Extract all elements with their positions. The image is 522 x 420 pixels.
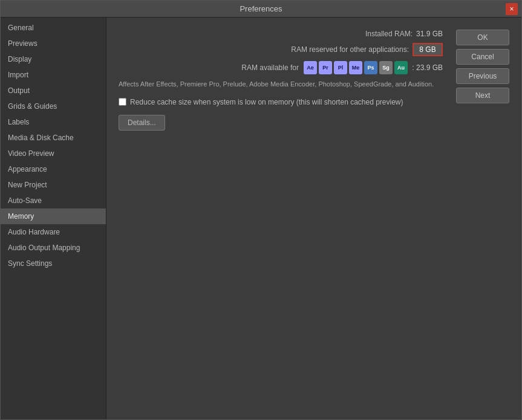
reserved-ram-label: RAM reserved for other applications: xyxy=(291,45,409,54)
sidebar-item-display[interactable]: Display xyxy=(1,51,106,67)
cancel-button[interactable]: Cancel xyxy=(456,49,509,65)
available-colon: : xyxy=(410,63,416,72)
main-panel: OK Cancel Previous Next Installed RAM: 3… xyxy=(106,18,521,419)
sidebar-item-video-preview[interactable]: Video Preview xyxy=(1,146,106,161)
close-button[interactable]: × xyxy=(506,3,518,15)
cache-checkbox-label: Reduce cache size when system is low on … xyxy=(130,98,403,106)
sidebar: General Previews Display Import Output G… xyxy=(1,18,106,419)
right-buttons: OK Cancel Previous Next xyxy=(456,30,509,103)
affect-text: Affects After Effects, Premiere Pro, Pre… xyxy=(119,79,443,89)
ae-icon: Ae xyxy=(304,61,317,74)
cache-checkbox[interactable] xyxy=(119,98,126,106)
sg-icon: Sg xyxy=(379,61,393,74)
installed-ram-value: 31.9 GB xyxy=(416,30,443,38)
memory-settings: Installed RAM: 31.9 GB RAM reserved for … xyxy=(119,30,449,131)
reserved-ram-input[interactable] xyxy=(413,43,443,56)
sidebar-item-previews[interactable]: Previews xyxy=(1,36,106,51)
sidebar-item-output[interactable]: Output xyxy=(1,83,106,99)
details-button[interactable]: Details... xyxy=(119,115,165,131)
pl-icon: Pl xyxy=(334,61,347,74)
sidebar-item-appearance[interactable]: Appearance xyxy=(1,161,106,177)
sidebar-item-auto-save[interactable]: Auto-Save xyxy=(1,193,106,208)
me-icon: Me xyxy=(349,61,362,74)
sidebar-item-import[interactable]: Import xyxy=(1,67,106,83)
sidebar-item-labels[interactable]: Labels xyxy=(1,114,106,130)
cache-checkbox-row: Reduce cache size when system is low on … xyxy=(119,98,449,106)
reserved-ram-row: RAM reserved for other applications: xyxy=(119,43,443,56)
sidebar-item-general[interactable]: General xyxy=(1,20,106,36)
available-ram-label: RAM available for xyxy=(241,63,299,72)
ps-icon: Ps xyxy=(364,61,377,74)
available-ram-row: RAM available for Ae Pr Pl Me Ps Sg Au :… xyxy=(119,61,443,74)
sidebar-item-new-project[interactable]: New Project xyxy=(1,177,106,193)
sidebar-item-grids-guides[interactable]: Grids & Guides xyxy=(1,99,106,114)
pr-icon: Pr xyxy=(319,61,332,74)
content-area: General Previews Display Import Output G… xyxy=(1,18,521,419)
installed-ram-label: Installed RAM: xyxy=(365,30,413,38)
next-button[interactable]: Next xyxy=(456,88,509,103)
au-icon: Au xyxy=(394,61,408,74)
dialog-title: Preferences xyxy=(240,4,282,13)
available-ram-value: 23.9 GB xyxy=(416,63,443,72)
sidebar-item-media-disk-cache[interactable]: Media & Disk Cache xyxy=(1,130,106,146)
app-icons-group: Ae Pr Pl Me Ps Sg Au xyxy=(304,61,408,74)
sidebar-item-audio-hardware[interactable]: Audio Hardware xyxy=(1,224,106,240)
title-bar: Preferences × xyxy=(1,1,521,18)
sidebar-item-audio-output-mapping[interactable]: Audio Output Mapping xyxy=(1,240,106,256)
ok-button[interactable]: OK xyxy=(456,30,509,45)
preferences-dialog: Preferences × General Previews Display I… xyxy=(0,0,522,420)
sidebar-item-memory[interactable]: Memory xyxy=(1,208,106,224)
sidebar-item-sync-settings[interactable]: Sync Settings xyxy=(1,256,106,271)
installed-ram-row: Installed RAM: 31.9 GB xyxy=(119,30,443,38)
previous-button[interactable]: Previous xyxy=(456,68,509,84)
